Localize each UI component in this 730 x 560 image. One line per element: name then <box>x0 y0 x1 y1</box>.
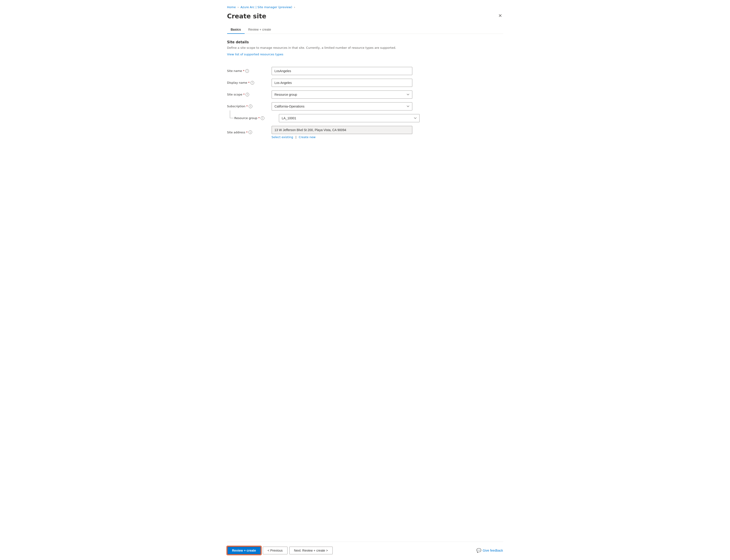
resource-group-required: * <box>258 116 260 120</box>
resource-group-select[interactable]: LA_10001 <box>279 114 420 122</box>
site-scope-required: * <box>243 93 245 96</box>
form-section: Site name * i Display name * i <box>227 67 503 139</box>
display-name-label: Display name * i <box>227 81 268 85</box>
page-title: Create site <box>227 12 266 20</box>
site-name-label: Site name * i <box>227 69 268 73</box>
site-address-required: * <box>246 131 248 134</box>
footer: Review + create < Previous Next: Review … <box>227 542 503 555</box>
review-create-button[interactable]: Review + create <box>227 546 261 555</box>
breadcrumb-sep-2: › <box>294 6 295 9</box>
site-scope-row: Site scope * i Resource group Subscripti… <box>227 90 503 99</box>
site-name-info-icon[interactable]: i <box>245 69 249 73</box>
tab-review-create[interactable]: Review + create <box>245 25 275 34</box>
page-header: Create site ✕ <box>227 12 503 20</box>
resource-group-info-icon[interactable]: i <box>261 116 264 120</box>
breadcrumb-home[interactable]: Home <box>227 5 236 9</box>
previous-button[interactable]: < Previous <box>263 547 287 554</box>
breadcrumb: Home › Azure Arc | Site manager (preview… <box>227 5 503 9</box>
page-container: Home › Azure Arc | Site manager (preview… <box>220 0 510 560</box>
feedback-icon: 💬 <box>476 548 481 553</box>
section-header: Site details Define a site scope to mana… <box>227 40 503 61</box>
view-resources-link[interactable]: View list of supported resources types <box>227 53 283 56</box>
site-name-control <box>271 67 412 75</box>
breadcrumb-sep-1: › <box>237 6 239 9</box>
section-description: Define a site scope to manage resources … <box>227 46 503 50</box>
subscription-select[interactable]: California-Operations <box>271 102 412 110</box>
display-name-control <box>271 79 412 87</box>
breadcrumb-arc[interactable]: Azure Arc | Site manager (preview) <box>240 5 292 9</box>
next-button[interactable]: Next: Review + create > <box>289 547 333 554</box>
select-existing-link[interactable]: Select existing <box>271 135 293 139</box>
display-name-info-icon[interactable]: i <box>250 81 254 85</box>
tabs-container: Basics Review + create <box>227 25 503 34</box>
address-links-separator: | <box>295 135 296 139</box>
display-name-input[interactable] <box>271 79 412 87</box>
resource-group-label: Resource group * i <box>234 116 275 120</box>
site-address-label: Site address * i <box>227 130 268 134</box>
site-address-row: Site address * i Select existing | Creat… <box>227 126 503 139</box>
address-links: Select existing | Create new <box>271 135 412 139</box>
subscription-label: Subscription * i <box>227 105 268 108</box>
subscription-required: * <box>246 105 248 108</box>
resource-group-row: Resource group * i LA_10001 <box>234 114 503 122</box>
site-address-input[interactable] <box>271 126 412 134</box>
resource-group-control: LA_10001 <box>279 114 420 122</box>
site-address-info-icon[interactable]: i <box>248 130 252 134</box>
give-feedback-label: Give feedback <box>483 549 503 552</box>
give-feedback-button[interactable]: 💬 Give feedback <box>476 548 503 553</box>
footer-right: 💬 Give feedback <box>476 548 503 553</box>
site-scope-label: Site scope * i <box>227 93 268 96</box>
display-name-required: * <box>248 81 249 84</box>
site-scope-info-icon[interactable]: i <box>245 93 249 96</box>
content-area: Site details Define a site scope to mana… <box>227 40 503 533</box>
subscription-row: Subscription * i California-Operations <box>227 102 503 110</box>
site-address-control: Select existing | Create new <box>271 126 412 139</box>
display-name-row: Display name * i <box>227 79 503 87</box>
create-new-link[interactable]: Create new <box>298 135 315 139</box>
subscription-info-icon[interactable]: i <box>249 105 252 108</box>
site-name-input[interactable] <box>271 67 412 75</box>
close-button[interactable]: ✕ <box>498 12 503 19</box>
section-title: Site details <box>227 40 503 44</box>
tab-basics[interactable]: Basics <box>227 25 245 34</box>
site-scope-control: Resource group Subscription <box>271 90 412 99</box>
site-scope-select[interactable]: Resource group Subscription <box>271 90 412 99</box>
subscription-control: California-Operations <box>271 102 412 110</box>
site-name-row: Site name * i <box>227 67 503 75</box>
site-name-required: * <box>243 69 244 73</box>
